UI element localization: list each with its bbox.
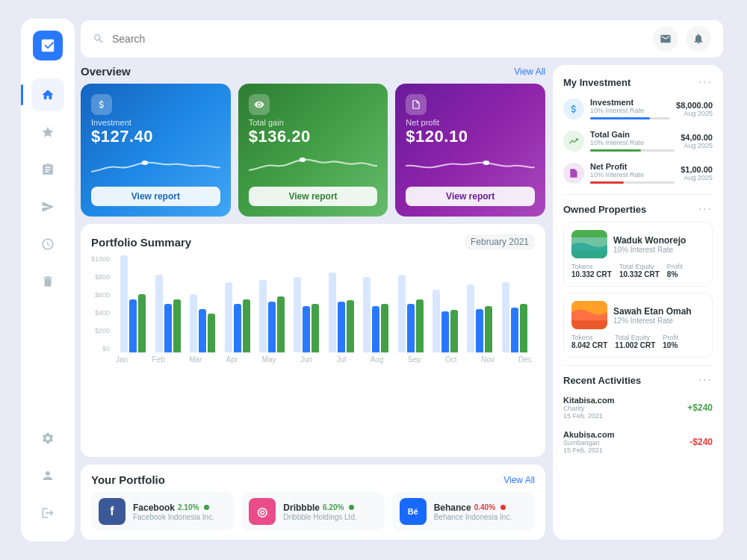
overview-view-all[interactable]: View All	[514, 66, 545, 77]
sidebar-item-user[interactable]	[31, 459, 64, 492]
invest-date-2: Aug 2025	[681, 142, 713, 149]
bar-group-9	[428, 290, 462, 353]
bar-c-7	[381, 304, 388, 352]
bar-group-0	[116, 255, 150, 352]
facebook-icon: f	[99, 498, 125, 525]
bar-chart-wrap: $1000 $800 $600 $400 $200 $0 JanFebMarAp…	[91, 255, 535, 364]
owned-properties-section: Owned Properties ···	[563, 202, 713, 358]
sidebar-item-trash[interactable]	[31, 265, 64, 298]
investment-view-report[interactable]: View report	[91, 187, 220, 206]
bar-group-2	[185, 294, 220, 352]
portfolio-item-behance[interactable]: Bé Behance 0.40% Behance Indonesia Inc.	[392, 492, 535, 531]
bar-b-8	[407, 304, 415, 352]
behance-sub: Behance Indonesia Inc.	[434, 513, 512, 521]
header	[81, 20, 723, 57]
invest-date-3: Aug 2025	[681, 174, 713, 181]
sidebar-nav	[31, 78, 64, 419]
invest-progress-2	[590, 149, 675, 152]
waduk-thumb	[571, 230, 607, 258]
investment-value: $127.40	[91, 127, 153, 146]
owned-properties-header: Owned Properties ···	[563, 202, 713, 216]
my-investment-more[interactable]: ···	[698, 75, 713, 89]
net-profit-view-report[interactable]: View report	[406, 187, 535, 206]
recent-activities-more[interactable]: ···	[698, 373, 713, 387]
invest-info-2: Total Gain 10% Interest Rate	[590, 130, 675, 152]
bar-a-1	[155, 275, 163, 352]
sidebar-item-settings[interactable]	[31, 422, 64, 455]
content-area: Overview View All Investment	[81, 65, 723, 540]
overview-cards: Investment $127.40 View report	[81, 84, 545, 217]
sawah-profit: Profit 10%	[663, 334, 678, 349]
bar-group-11	[498, 282, 532, 352]
bar-b-4	[268, 302, 276, 352]
invest-date-1: Aug 2025	[676, 110, 713, 117]
bar-group-4	[255, 280, 289, 353]
total-gain-value: $136.20	[249, 127, 311, 146]
bar-x-labels: JanFebMarAprMayJunJulAugSepOctNovDec	[113, 355, 535, 364]
bar-b-1	[164, 304, 172, 352]
facebook-badge	[204, 505, 209, 510]
investment-chart	[91, 151, 220, 178]
your-portfolio-section: Your Portfolio View All f Facebook 2.10%	[81, 464, 545, 540]
bar-b-11	[511, 308, 518, 352]
total-gain-label: Total gain	[249, 118, 311, 127]
bar-b-5	[303, 306, 310, 352]
invest-icon-total-gain	[563, 131, 584, 152]
mail-icon-button[interactable]	[653, 26, 678, 52]
bar-a-9	[433, 290, 440, 353]
behance-info: Behance 0.40% Behance Indonesia Inc.	[434, 503, 512, 521]
invest-amount-wrap-3: $1,00.00 Aug 2025	[681, 165, 713, 181]
bar-b-6	[338, 302, 345, 352]
bar-b-10	[476, 309, 483, 353]
sidebar-item-send[interactable]	[31, 190, 64, 223]
portfolio-item-facebook[interactable]: f Facebook 2.10% Facebook Indonesia Inc.	[91, 492, 234, 531]
dribbble-icon: ◎	[249, 498, 276, 525]
kitabisa-info: Kitabisa.com Charity 15 Feb, 2021	[563, 396, 614, 420]
invest-amount-wrap-1: $8,000.00 Aug 2025	[676, 101, 713, 117]
dribbble-name: Dribbble 6.20%	[283, 503, 356, 513]
kitabisa-amount: +$240	[687, 402, 713, 413]
sidebar-item-clock[interactable]	[31, 228, 64, 261]
sidebar-bottom	[31, 422, 64, 529]
total-gain-view-report[interactable]: View report	[249, 187, 378, 206]
dribbble-pct: 6.20%	[323, 503, 344, 511]
invest-amount-2: $4,00.00	[681, 133, 713, 142]
property-card-waduk[interactable]: Waduk Wonorejo 10% Interest Rate Tokens …	[563, 222, 713, 287]
property-card-sawah[interactable]: Sawah Etan Omah 12% Interest Rate Tokens…	[563, 293, 713, 358]
sidebar-item-home[interactable]	[31, 78, 64, 111]
bar-a-11	[502, 282, 509, 352]
sidebar-item-logout[interactable]	[31, 497, 64, 529]
bar-group-5	[289, 277, 323, 352]
portfolio-month-selector[interactable]: February 2021	[465, 234, 535, 249]
search-icon	[93, 33, 105, 45]
recent-activities-section: Recent Activities ··· Kitabisa.com Chari…	[563, 373, 713, 457]
sidebar-item-clipboard[interactable]	[31, 153, 64, 186]
your-portfolio-view-all[interactable]: View All	[503, 475, 535, 485]
sidebar-item-star[interactable]	[31, 116, 64, 149]
svg-point-1	[299, 158, 306, 162]
waduk-stats: Tokens 10.332 CRT Total Equity 10.332 CR…	[571, 263, 704, 279]
dribbble-sub: Dribbble Holdings Ltd.	[283, 513, 356, 521]
sidebar-logo[interactable]	[33, 31, 63, 60]
behance-icon: Bé	[400, 498, 427, 525]
bar-a-8	[398, 275, 406, 352]
app-shell: Overview View All Investment	[15, 11, 732, 549]
invest-sub-3: 10% Interest Rate	[590, 171, 675, 178]
activity-akubisa: Akubisa.com Sumbangan 15 Feb, 2021 -$240	[563, 427, 713, 457]
invest-name-3: Net Profit	[590, 162, 675, 171]
owned-properties-more[interactable]: ···	[698, 202, 713, 216]
bar-a-3	[225, 282, 232, 352]
portfolio-item-dribbble[interactable]: ◎ Dribbble 6.20% Dribbble Holdings Ltd.	[241, 492, 384, 531]
invest-icon-investment	[563, 99, 584, 119]
bar-b-9	[441, 311, 449, 352]
waduk-tokens: Tokens 10.332 CRT	[571, 263, 612, 279]
portfolio-summary-title: Portfolio Summary	[91, 236, 191, 249]
svg-point-2	[483, 161, 490, 165]
akubisa-name: Akubisa.com	[563, 430, 614, 439]
bell-icon-button[interactable]	[686, 26, 711, 52]
sidebar	[21, 19, 75, 541]
portfolio-summary-header: Portfolio Summary February 2021	[91, 234, 535, 249]
search-input[interactable]	[112, 33, 645, 45]
bar-c-4	[277, 296, 285, 352]
bar-b-3	[234, 304, 241, 352]
